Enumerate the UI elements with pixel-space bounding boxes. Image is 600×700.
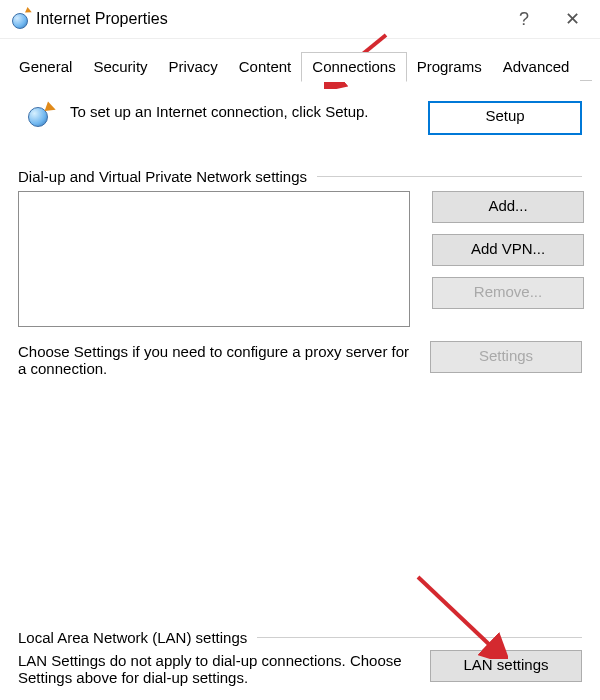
tab-connections[interactable]: Connections [301, 52, 406, 82]
connection-settings-button: Settings [430, 341, 582, 373]
tab-privacy[interactable]: Privacy [158, 52, 229, 81]
lan-group-text: Local Area Network (LAN) settings [18, 629, 247, 646]
add-vpn-button[interactable]: Add VPN... [432, 234, 584, 266]
globe-arrow-icon [24, 101, 58, 129]
tab-security[interactable]: Security [82, 52, 158, 81]
proxy-hint-text: Choose Settings if you need to configure… [18, 343, 430, 377]
add-button[interactable]: Add... [432, 191, 584, 223]
tab-content[interactable]: Content [228, 52, 303, 81]
dialup-group-text: Dial-up and Virtual Private Network sett… [18, 168, 307, 185]
tab-programs[interactable]: Programs [406, 52, 493, 81]
lan-group-label: Local Area Network (LAN) settings [18, 629, 582, 646]
lan-section: Local Area Network (LAN) settings LAN Se… [18, 629, 582, 693]
internet-options-icon [10, 9, 30, 29]
proxy-hint-row: Choose Settings if you need to configure… [18, 343, 582, 384]
title-bar: Internet Properties ? ✕ [0, 0, 600, 39]
setup-button[interactable]: Setup [428, 101, 582, 135]
tab-content-connections: To set up an Internet connection, click … [0, 81, 600, 396]
close-button[interactable]: ✕ [548, 0, 596, 38]
tab-general[interactable]: General [8, 52, 83, 81]
group-separator [257, 637, 582, 638]
tab-strip: General Security Privacy Content Connect… [0, 39, 600, 81]
lan-row: LAN Settings do not apply to dial-up con… [18, 652, 582, 693]
dialup-group-label: Dial-up and Virtual Private Network sett… [18, 168, 582, 185]
remove-button: Remove... [432, 277, 584, 309]
group-separator [317, 176, 582, 177]
setup-row: To set up an Internet connection, click … [18, 93, 582, 146]
lan-settings-button[interactable]: LAN settings [430, 650, 582, 682]
dialup-button-column: Add... Add VPN... Remove... [432, 191, 582, 327]
dialup-connections-listbox[interactable] [18, 191, 410, 327]
lan-hint-text: LAN Settings do not apply to dial-up con… [18, 652, 430, 686]
window-title: Internet Properties [30, 10, 500, 28]
help-button[interactable]: ? [500, 0, 548, 38]
tab-advanced[interactable]: Advanced [492, 52, 581, 81]
dialup-row: Add... Add VPN... Remove... [18, 191, 582, 327]
setup-instruction-text: To set up an Internet connection, click … [66, 93, 428, 130]
